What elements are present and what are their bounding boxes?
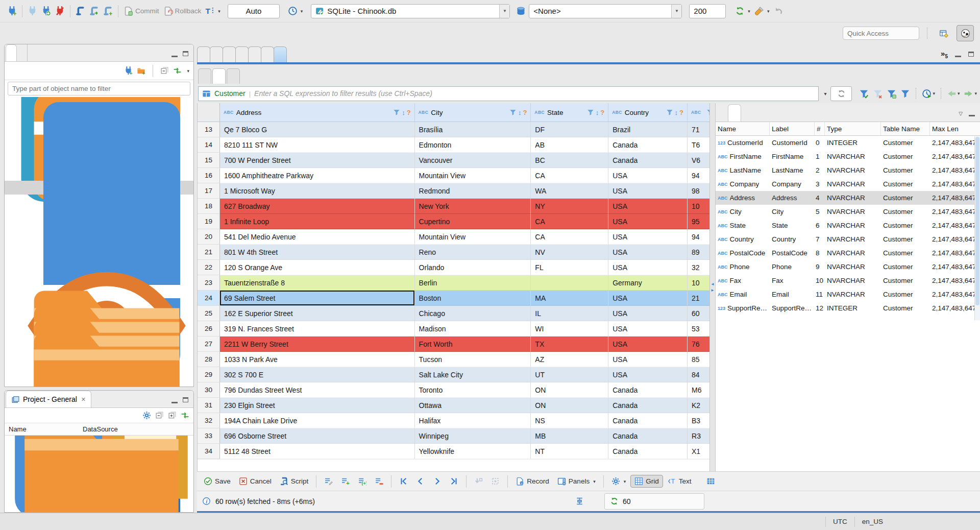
- save-filter-button[interactable]: [885, 88, 898, 100]
- first-row-button[interactable]: [396, 475, 411, 487]
- cell-country[interactable]: Canada: [608, 137, 688, 153]
- cell-postalcode[interactable]: X1: [688, 444, 709, 459]
- cell-country[interactable]: USA: [608, 168, 688, 183]
- collapse-all-icon[interactable]: [160, 66, 169, 75]
- open-sql-script-button[interactable]: [87, 5, 101, 17]
- panel-tab[interactable]: [716, 104, 728, 122]
- cell-city[interactable]: Toronto: [415, 382, 531, 398]
- copy-row-button[interactable]: (+): [354, 475, 370, 487]
- PostalCode[interactable]: ABC PostalCode PostalCode 8 NVARCHAR Cus…: [716, 246, 980, 260]
- column-filter-icon[interactable]: [666, 109, 673, 116]
- cell-postalcode[interactable]: 71: [688, 122, 709, 137]
- cell-address[interactable]: 700 W Pender Street: [220, 153, 415, 168]
- cell-country[interactable]: USA: [608, 352, 688, 367]
- cell-postalcode[interactable]: M6: [688, 382, 709, 398]
- row-number[interactable]: 15: [198, 153, 220, 168]
- nav-back-button[interactable]: ▾: [945, 88, 962, 100]
- schema-dropdown-button[interactable]: ▼: [671, 5, 681, 18]
- Phone[interactable]: ABC Phone Phone 9 NVARCHAR Customer 2,14…: [716, 260, 980, 274]
- editor-tab[interactable]: [248, 46, 261, 62]
- cell-address[interactable]: 627 Broadway: [220, 199, 415, 214]
- cell-city[interactable]: Yellowknife: [415, 444, 531, 459]
- editor-tab[interactable]: [210, 46, 223, 62]
- object-filter-input[interactable]: [8, 82, 190, 95]
- navigator-tab[interactable]: [6, 44, 17, 61]
- open-perspective-button[interactable]: [935, 25, 952, 41]
- cell-state[interactable]: NY: [531, 199, 608, 214]
- column-header[interactable]: ABC ↕ ?: [688, 103, 709, 122]
- cell-country[interactable]: USA: [608, 367, 688, 382]
- quick-access-input[interactable]: [843, 27, 919, 40]
- row-number[interactable]: 29: [198, 367, 220, 382]
- row-number[interactable]: 22: [198, 260, 220, 275]
- row-number[interactable]: 34: [198, 444, 220, 459]
- cell-country[interactable]: USA: [608, 306, 688, 321]
- cell-city[interactable]: Madison: [415, 321, 531, 336]
- refresh-result-button[interactable]: [830, 86, 852, 101]
- cell-city[interactable]: New York: [415, 199, 531, 214]
- SupportRepId[interactable]: 123 SupportRepId SupportRepId 12 INTEGER…: [716, 301, 980, 315]
- settings-button[interactable]: ▾: [608, 475, 630, 487]
- sort-icon[interactable]: ↕: [518, 109, 522, 116]
- cell-address[interactable]: 801 W 4th Street: [220, 245, 415, 260]
- cell-state[interactable]: CA: [531, 168, 608, 183]
- edit-row-button[interactable]: [321, 475, 336, 487]
- panel-splitter[interactable]: ◄ ►: [709, 103, 716, 471]
- script-button[interactable]: Script: [276, 475, 312, 487]
- cell-address[interactable]: 1033 N Park Ave: [220, 352, 415, 367]
- transaction-mode-button[interactable]: T ▾: [203, 5, 223, 17]
- cell-city[interactable]: Vancouver: [415, 153, 531, 168]
- cell-city[interactable]: Redmond: [415, 183, 531, 199]
- next-row-button[interactable]: [429, 475, 445, 487]
- cell-state[interactable]: MB: [531, 428, 608, 444]
- cell-postalcode[interactable]: 32: [688, 260, 709, 275]
- cell-postalcode[interactable]: 21: [688, 291, 709, 306]
- cell-address[interactable]: 162 E Superior Street: [220, 306, 415, 321]
- cell-postalcode[interactable]: 98: [688, 183, 709, 199]
- Address[interactable]: ABC Address Address 4 NVARCHAR Customer …: [716, 191, 980, 205]
- cell-state[interactable]: CA: [531, 214, 608, 229]
- cell-country[interactable]: USA: [608, 183, 688, 199]
- minimize-icon[interactable]: [172, 56, 178, 57]
- row-number[interactable]: 24: [198, 291, 220, 306]
- cell-country[interactable]: USA: [608, 199, 688, 214]
- City[interactable]: ABC City City 5 NVARCHAR Customer 2,147,…: [716, 205, 980, 219]
- fetch-next-page-button[interactable]: [471, 475, 486, 487]
- editor-tab[interactable]: [223, 46, 236, 62]
- cell-state[interactable]: [531, 275, 608, 291]
- cell-state[interactable]: BC: [531, 153, 608, 168]
- transaction-log-button[interactable]: ▾: [286, 5, 305, 17]
- cell-address[interactable]: 541 Del Medio Avenue: [220, 229, 415, 245]
- row-number[interactable]: 19: [198, 214, 220, 229]
- cell-postalcode[interactable]: 84: [688, 367, 709, 382]
- cell-address[interactable]: 302 S 700 E: [220, 367, 415, 382]
- fetch-size-field[interactable]: 200: [689, 4, 726, 18]
- row-number[interactable]: 27: [198, 336, 220, 352]
- cell-country[interactable]: USA: [608, 291, 688, 306]
- column-header[interactable]: ABC Address ↕ ?: [220, 103, 415, 122]
- record-mode-button[interactable]: i Record: [512, 475, 553, 487]
- row-number[interactable]: 17: [198, 183, 220, 199]
- cell-state[interactable]: WI: [531, 321, 608, 336]
- column-filter-icon[interactable]: [587, 109, 594, 116]
- cell-address[interactable]: 1600 Amphitheatre Parkway: [220, 168, 415, 183]
- previous-row-button[interactable]: [412, 475, 428, 487]
- connection-dropdown-button[interactable]: ▼: [499, 5, 509, 18]
- back-button[interactable]: [771, 5, 785, 17]
- maximize-icon[interactable]: [968, 52, 974, 57]
- LastName[interactable]: ABC LastName LastName 2 NVARCHAR Custome…: [716, 163, 980, 177]
- cell-postalcode[interactable]: K2: [688, 398, 709, 413]
- collapse-left-icon[interactable]: ◄: [710, 282, 715, 286]
- column-header[interactable]: ABC Country ↕ ?: [608, 103, 688, 122]
- column-filter-icon[interactable]: [393, 109, 400, 116]
- nav-forward-button[interactable]: ▾: [962, 88, 979, 100]
- cell-country[interactable]: USA: [608, 214, 688, 229]
- row-number[interactable]: 33: [198, 428, 220, 444]
- column-filter-icon[interactable]: [509, 109, 517, 116]
- cell-postalcode[interactable]: B3: [688, 413, 709, 428]
- scrollbar[interactable]: [974, 136, 980, 320]
- panels-button[interactable]: Panels ▾: [554, 475, 599, 487]
- new-folder-icon[interactable]: +: [137, 66, 145, 75]
- filter-history-dropdown[interactable]: ▾: [820, 91, 830, 97]
- row-number[interactable]: 32: [198, 413, 220, 428]
